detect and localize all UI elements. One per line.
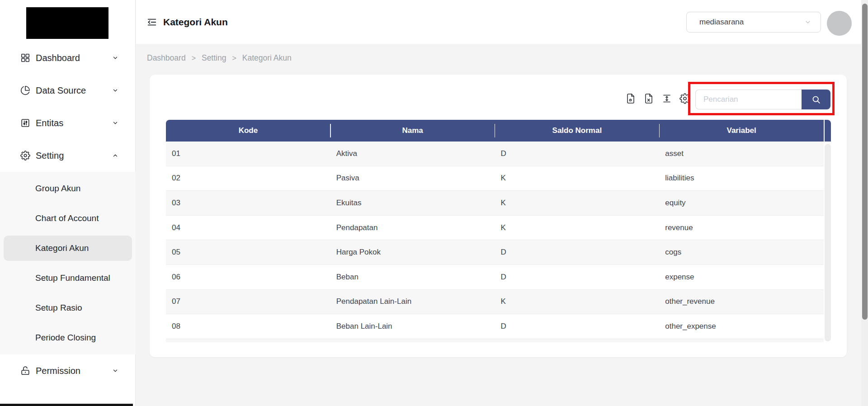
breadcrumb-item-setting[interactable]: Setting bbox=[202, 53, 226, 63]
unlock-icon bbox=[20, 366, 30, 376]
page-title: Kategori Akun bbox=[163, 17, 228, 28]
cell-variabel: other_expense bbox=[659, 322, 824, 331]
export-pdf-button[interactable] bbox=[625, 93, 636, 104]
cell-saldo-normal: D bbox=[495, 248, 660, 257]
export-excel-button[interactable] bbox=[643, 93, 654, 104]
table-row: 08 Beban Lain-Lain D other_expense bbox=[166, 314, 824, 339]
search-button[interactable] bbox=[802, 90, 830, 109]
table-row: 06 Beban D expense bbox=[166, 265, 824, 290]
table-settings-button[interactable] bbox=[679, 93, 690, 104]
subitem-label: Group Akun bbox=[35, 184, 80, 194]
pie-chart-icon bbox=[20, 85, 30, 95]
dashboard-grid-icon bbox=[20, 53, 30, 63]
workspace-select[interactable]: mediasarana bbox=[686, 12, 821, 33]
breadcrumb-item-kategori-akun[interactable]: Kategori Akun bbox=[242, 53, 292, 63]
table-body: 01 Aktiva D asset 02 Pasiva K liabilitie… bbox=[166, 142, 824, 342]
search-icon bbox=[811, 95, 821, 104]
sliders-icon bbox=[20, 118, 30, 128]
chevron-up-icon bbox=[112, 152, 118, 159]
table-row: 02 Pasiva K liabilities bbox=[166, 166, 824, 191]
sidebar-item-setting[interactable]: Setting bbox=[0, 139, 136, 172]
table-row-partial bbox=[166, 339, 824, 342]
app-logo bbox=[26, 7, 108, 39]
table-row: 01 Aktiva D asset bbox=[166, 142, 824, 166]
breadcrumb: Dashboard > Setting > Kategori Akun bbox=[147, 53, 292, 63]
sidebar: Dashboard Data Source Entitas Setting bbox=[0, 0, 136, 406]
sidebar-subitem-setup-fundamental[interactable]: Setup Fundamental bbox=[0, 263, 136, 293]
topbar: Kategori Akun mediasarana bbox=[136, 0, 868, 44]
table-header-scrollbar-gutter bbox=[825, 120, 831, 142]
sidebar-item-label: Entitas bbox=[36, 118, 63, 128]
cell-kode: 08 bbox=[166, 322, 330, 331]
sidebar-item-permission[interactable]: Permission bbox=[0, 354, 136, 387]
cell-variabel: other_revenue bbox=[659, 297, 824, 306]
sidebar-subitem-group-akun[interactable]: Group Akun bbox=[0, 174, 136, 203]
chevron-down-icon bbox=[112, 55, 118, 61]
cell-saldo-normal: D bbox=[495, 322, 660, 331]
table-vertical-scrollbar[interactable] bbox=[825, 144, 831, 341]
app-root: Dashboard Data Source Entitas Setting bbox=[0, 0, 868, 406]
cell-nama: Pasiva bbox=[330, 174, 495, 183]
cell-saldo-normal: D bbox=[495, 149, 660, 158]
column-header-kode: Kode bbox=[166, 120, 330, 142]
sidebar-subitem-periode-closing[interactable]: Periode Closing bbox=[0, 323, 136, 353]
sidebar-collapse-button[interactable] bbox=[147, 17, 157, 27]
subitem-label: Kategori Akun bbox=[35, 243, 89, 253]
table-card: Kode Nama Saldo Normal Variabel 01 Aktiv… bbox=[150, 75, 847, 357]
cell-variabel: equity bbox=[659, 198, 824, 208]
cell-kode: 07 bbox=[166, 297, 330, 306]
cell-saldo-normal: K bbox=[495, 198, 660, 208]
sidebar-item-label: Permission bbox=[36, 366, 80, 376]
sidebar-subitem-setup-rasio[interactable]: Setup Rasio bbox=[0, 293, 136, 323]
cell-kode: 05 bbox=[166, 248, 330, 257]
cell-kode: 02 bbox=[166, 174, 330, 183]
sidebar-subitem-kategori-akun[interactable]: Kategori Akun bbox=[4, 236, 132, 261]
chevron-down-icon bbox=[112, 120, 118, 126]
sidebar-item-label: Data Source bbox=[36, 85, 86, 96]
sidebar-item-label: Dashboard bbox=[36, 53, 80, 63]
table-row: 03 Ekuitas K equity bbox=[166, 191, 824, 216]
cell-variabel: expense bbox=[659, 273, 824, 282]
sidebar-horizontal-scrollbar-thumb[interactable] bbox=[0, 404, 133, 406]
subitem-label: Chart of Account bbox=[35, 213, 99, 223]
chevron-down-icon bbox=[804, 19, 811, 26]
gear-icon bbox=[20, 151, 30, 161]
table-toolbar bbox=[625, 93, 690, 104]
cell-variabel: liabilities bbox=[659, 174, 824, 183]
data-table: Kode Nama Saldo Normal Variabel 01 Aktiv… bbox=[166, 120, 824, 342]
cell-kode: 04 bbox=[166, 223, 330, 232]
cell-variabel: revenue bbox=[659, 223, 824, 232]
sidebar-item-entitas[interactable]: Entitas bbox=[0, 107, 136, 139]
window-scrollbar-thumb[interactable] bbox=[862, 4, 868, 320]
cell-variabel: cogs bbox=[659, 248, 824, 257]
cell-saldo-normal: K bbox=[495, 174, 660, 183]
menu-fold-icon bbox=[147, 17, 157, 27]
gear-icon bbox=[679, 93, 690, 104]
cell-variabel: asset bbox=[659, 149, 824, 158]
setting-submenu: Group Akun Chart of Account Kategori Aku… bbox=[0, 172, 136, 354]
user-avatar[interactable] bbox=[827, 11, 852, 36]
main-content: Dashboard > Setting > Kategori Akun bbox=[136, 44, 868, 406]
text-height-icon bbox=[661, 93, 672, 104]
breadcrumb-separator: > bbox=[192, 54, 196, 62]
cell-nama: Pendapatan bbox=[330, 223, 495, 232]
file-excel-icon bbox=[643, 93, 654, 104]
window-scrollbar-track[interactable] bbox=[861, 0, 868, 406]
cell-kode: 01 bbox=[166, 149, 330, 158]
cell-nama: Harga Pokok bbox=[330, 248, 495, 257]
table-row: 05 Harga Pokok D cogs bbox=[166, 240, 824, 265]
sidebar-item-data-source[interactable]: Data Source bbox=[0, 74, 136, 107]
chevron-down-icon bbox=[112, 368, 118, 374]
cell-saldo-normal: K bbox=[495, 297, 660, 306]
table-row: 07 Pendapatan Lain-Lain K other_revenue bbox=[166, 290, 824, 315]
breadcrumb-separator: > bbox=[232, 54, 236, 62]
sidebar-subitem-chart-of-account[interactable]: Chart of Account bbox=[0, 203, 136, 233]
row-height-button[interactable] bbox=[661, 93, 672, 104]
search-input[interactable] bbox=[695, 90, 802, 109]
sidebar-item-dashboard[interactable]: Dashboard bbox=[0, 42, 136, 74]
breadcrumb-item-dashboard[interactable]: Dashboard bbox=[147, 53, 186, 63]
subitem-label: Periode Closing bbox=[35, 333, 96, 343]
column-header-variabel: Variabel bbox=[659, 120, 824, 142]
cell-nama: Pendapatan Lain-Lain bbox=[330, 297, 495, 306]
cell-saldo-normal: K bbox=[495, 223, 660, 232]
